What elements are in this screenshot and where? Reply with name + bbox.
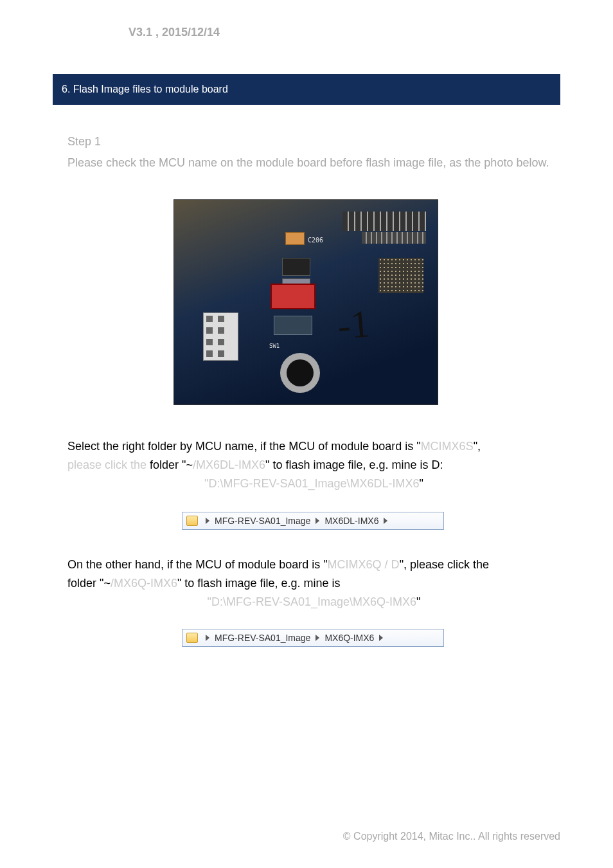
instruction-paragraph-mx6dl: Select the right folder by MCU name, if … <box>67 437 560 493</box>
folder-mx6q: /MX6Q-IMX6 <box>111 577 177 590</box>
text: " <box>420 477 423 490</box>
text: " to flash image file, e.g. mine is D: <box>265 458 443 471</box>
example-path-mx6dl: "D:\MFG-REV-SA01_Image\MX6DL-IMX6 <box>204 477 420 490</box>
step-title: Step 1 <box>67 135 101 149</box>
chevron-right-icon <box>206 518 209 524</box>
mcu-name-mx6q: MCIMX6Q / D <box>328 558 400 571</box>
text: folder "~ <box>147 458 193 471</box>
text: ", <box>474 440 481 453</box>
folder-mx6dl: /MX6DL-IMX6 <box>193 458 265 471</box>
silkscreen-c206: C206 <box>308 237 323 244</box>
folder-icon <box>186 516 198 526</box>
section-header-bar: 6. Flash Image files to module board <box>53 74 560 105</box>
board-handwritten-marking: -1 <box>336 302 373 356</box>
chevron-right-icon <box>384 518 387 524</box>
chevron-right-icon <box>315 635 319 641</box>
doc-version-title: V3.1 , 2015/12/14 <box>129 26 220 39</box>
chevron-right-icon <box>379 635 383 641</box>
text: " to flash image file, e.g. mine is <box>177 577 341 590</box>
breadcrumb-segment[interactable]: MFG-REV-SA01_Image <box>215 516 310 526</box>
text: Select the right folder by MCU name, if … <box>67 440 421 453</box>
breadcrumb-segment[interactable]: MFG-REV-SA01_Image <box>215 633 310 643</box>
text: please click the <box>67 458 147 471</box>
example-path-mx6q: "D:\MFG-REV-SA01_Image\MX6Q-IMX6 <box>208 595 416 608</box>
chevron-right-icon <box>315 518 319 524</box>
instruction-paragraph-mx6q: On the other hand, if the MCU of module … <box>67 556 560 611</box>
chevron-right-icon <box>206 635 209 641</box>
breadcrumb-segment[interactable]: MX6DL-IMX6 <box>324 516 378 526</box>
module-board-photo: C206 1 2 3 4 SW1 -1 <box>173 199 438 405</box>
text: On the other hand, if the MCU of module … <box>67 558 328 571</box>
breadcrumb-segment[interactable]: MX6Q-IMX6 <box>324 633 374 643</box>
breadcrumb-mx6q[interactable]: MFG-REV-SA01_Image MX6Q-IMX6 <box>182 629 444 647</box>
silkscreen-sw1: SW1 <box>269 343 280 349</box>
folder-icon <box>186 633 198 643</box>
text: folder "~ <box>67 577 111 590</box>
mcu-name-mx6s: MCIMX6S <box>421 440 474 453</box>
step-paragraph: Please check the MCU name on the module … <box>67 154 560 172</box>
breadcrumb-mx6dl[interactable]: MFG-REV-SA01_Image MX6DL-IMX6 <box>182 512 444 530</box>
copyright-footer: © Copyright 2014, Mitac Inc.. All rights… <box>343 831 560 842</box>
text: " <box>416 595 420 608</box>
text: ", please click the <box>400 558 489 571</box>
